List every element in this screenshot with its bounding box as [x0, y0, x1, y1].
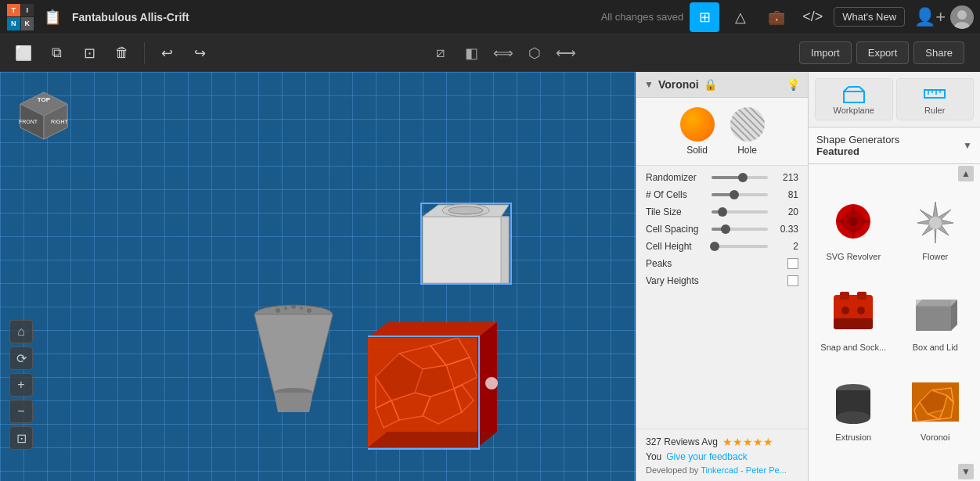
export-button[interactable]: Export — [856, 41, 910, 64]
shape-grid: SVG Revolver Flower — [809, 183, 980, 462]
svg-point-15 — [300, 307, 303, 310]
hole-circle — [730, 107, 765, 142]
slider-value-2: 20 — [771, 206, 798, 217]
project-title: Fantabulous Allis-Crift — [72, 11, 189, 23]
action-buttons: Import Export Share — [793, 41, 971, 64]
extrusion-label: Extrusion — [835, 433, 871, 442]
ruler-button[interactable]: Ruler — [896, 78, 975, 120]
shape-card-snap-sock[interactable]: Snap and Sock... — [815, 280, 892, 366]
slider-value-0: 213 — [771, 172, 798, 183]
white-box-object[interactable] — [415, 193, 517, 295]
properties-collapse-button[interactable]: ▼ — [644, 79, 654, 90]
canvas-area[interactable]: TOP FRONT RIGHT — [0, 72, 636, 481]
user-avatar[interactable] — [950, 5, 974, 29]
shape-card-voronoi[interactable]: Voronoi — [897, 370, 975, 456]
delete-button[interactable]: 🗑 — [108, 39, 136, 67]
reviews-row: 327 Reviews Avg ★★★★★ — [646, 436, 798, 448]
library-dropdown-icon[interactable]: ▼ — [963, 140, 972, 151]
home-view-button[interactable]: ⌂ — [9, 320, 33, 343]
svg-rect-48 — [916, 306, 951, 331]
slider-row-cell-height: Cell Height 2 — [646, 241, 798, 252]
add-user-icon[interactable]: 👤+ — [914, 7, 946, 27]
redo-button[interactable]: ↪ — [186, 39, 214, 67]
slider-track-1[interactable] — [712, 193, 768, 196]
zoom-out-button[interactable]: − — [9, 400, 33, 423]
developer-link[interactable]: Tinkercad - Peter Pe... — [701, 465, 787, 475]
viewport-cube[interactable]: TOP FRONT RIGHT — [13, 84, 75, 147]
briefcase-button[interactable]: 💼 — [762, 2, 791, 32]
main-area: TOP FRONT RIGHT — [0, 72, 980, 481]
group-button[interactable]: ⊡ — [75, 39, 103, 67]
svg-rect-28 — [844, 92, 864, 102]
shape-card-box-lid[interactable]: Box and Lid — [897, 280, 975, 366]
logo[interactable]: T I N K — [6, 3, 34, 31]
share-button[interactable]: Share — [913, 41, 964, 64]
slider-track-4[interactable] — [712, 245, 768, 248]
solid-option[interactable]: Solid — [680, 107, 715, 156]
slider-thumb-1[interactable] — [730, 190, 739, 199]
svg-point-21 — [449, 206, 483, 214]
new-object-button[interactable]: ⬜ — [9, 39, 38, 67]
grid-view-button[interactable]: ⊞ — [690, 2, 719, 32]
box-lid-label: Box and Lid — [913, 343, 958, 352]
slider-thumb-0[interactable] — [738, 173, 748, 182]
undo-button[interactable]: ↩ — [153, 39, 181, 67]
feedback-row: You Give your feedback — [646, 451, 798, 462]
lock-icon[interactable]: 🔒 — [704, 78, 717, 91]
checkbox-1[interactable] — [787, 275, 798, 286]
flower-label: Flower — [922, 252, 948, 261]
slider-thumb-3[interactable] — [721, 224, 730, 234]
toolbar-separator — [144, 42, 145, 64]
voronoi-object[interactable] — [368, 314, 509, 471]
scroll-down-button[interactable]: ▼ — [958, 464, 974, 479]
reflect-button[interactable]: ⬡ — [521, 39, 549, 67]
voronoi-label: Voronoi — [921, 433, 949, 442]
svg-point-1 — [957, 10, 967, 20]
svg-point-41 — [929, 217, 942, 229]
slider-track-3[interactable] — [712, 228, 768, 231]
import-button[interactable]: Import — [799, 41, 852, 64]
funnel-object[interactable] — [250, 291, 337, 416]
orbit-button[interactable]: ⟳ — [9, 346, 33, 370]
slider-track-0[interactable] — [712, 176, 768, 179]
slider-track-2[interactable] — [712, 210, 768, 214]
zoom-in-button[interactable]: + — [9, 373, 33, 397]
code-button[interactable]: </> — [798, 2, 827, 32]
slider-thumb-4[interactable] — [710, 242, 719, 251]
flip-button[interactable]: ⟺ — [489, 39, 517, 67]
scroll-up-button[interactable]: ▲ — [958, 166, 974, 181]
whats-new-button[interactable]: What's New — [834, 7, 905, 27]
solid-circle — [680, 107, 715, 142]
svg-point-39 — [848, 217, 858, 226]
slider-value-3: 0.33 — [771, 224, 798, 235]
stars-display: ★★★★★ — [722, 436, 773, 448]
slider-label-2: Tile Size — [646, 206, 708, 217]
checkbox-label-1: Vary Heights — [646, 275, 783, 286]
hole-option[interactable]: Hole — [730, 107, 765, 156]
shape-card-svg-revolver[interactable]: SVG Revolver — [815, 189, 892, 275]
logo-i: I — [21, 4, 34, 17]
feedback-link[interactable]: Give your feedback — [666, 451, 747, 462]
mirror2-button[interactable]: ⟷ — [552, 39, 580, 67]
workplane-icon — [842, 84, 866, 104]
duplicate-button[interactable]: ⧉ — [42, 39, 70, 67]
slider-value-4: 2 — [771, 241, 798, 252]
slider-value-1: 81 — [771, 189, 798, 200]
svg-marker-25 — [477, 322, 497, 447]
developed-by-label: Developed by — [646, 465, 698, 475]
shape-card-flower[interactable]: Flower — [897, 189, 975, 275]
help-icon[interactable]: 💡 — [787, 78, 800, 91]
svg-point-14 — [291, 304, 296, 309]
slider-thumb-2[interactable] — [718, 207, 727, 217]
fit-view-button[interactable]: ⊡ — [9, 426, 33, 450]
mirror-button[interactable]: ⧄ — [427, 39, 455, 67]
workplane-button[interactable]: Workplane — [815, 78, 893, 120]
toolbar-right: ⧄ ◧ ⟺ ⬡ ⟷ — [427, 39, 580, 67]
reviews-count: 327 Reviews Avg — [646, 436, 718, 447]
triangle-view-button[interactable]: △ — [726, 2, 755, 32]
svg-rect-32 — [924, 90, 945, 98]
checkbox-0[interactable] — [787, 258, 798, 269]
align-button[interactable]: ◧ — [458, 39, 486, 67]
tools-header: Workplane Ruler — [809, 72, 980, 127]
shape-card-extrusion[interactable]: Extrusion — [815, 370, 892, 456]
